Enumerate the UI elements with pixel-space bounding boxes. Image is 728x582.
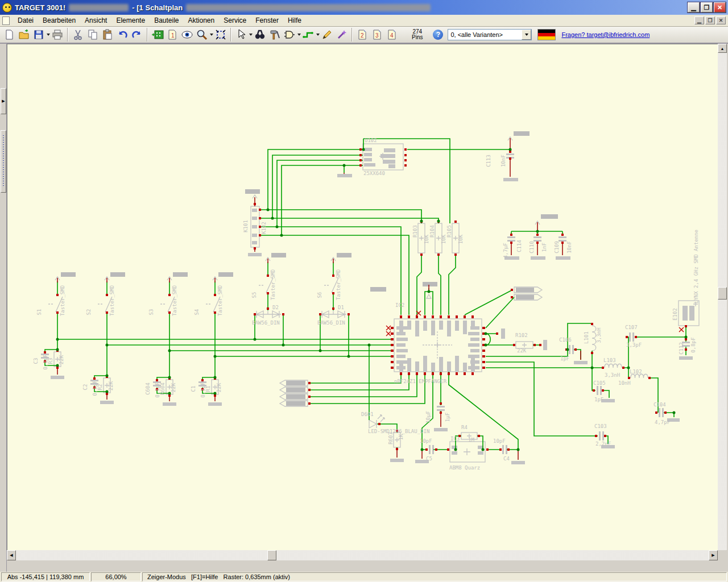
menu-ansicht[interactable]: Ansicht xyxy=(80,15,111,26)
undo-icon xyxy=(117,29,128,40)
zoom-icon xyxy=(196,29,208,40)
pcb-view-icon xyxy=(151,29,164,40)
menu-aktionen[interactable]: Aktionen xyxy=(184,15,220,26)
cut-button[interactable] xyxy=(71,28,85,42)
mdi-minimize-button[interactable]: ▁ xyxy=(694,16,704,24)
undo-button[interactable] xyxy=(115,28,130,42)
svg-text:3: 3 xyxy=(375,32,379,39)
menubar: Datei Bearbeiten Ansicht Elemente Bautei… xyxy=(0,15,728,27)
redo-button[interactable] xyxy=(130,28,144,42)
status-mode: Zeiger-Modus [F1]=Hilfe Raster: 0,635mm … xyxy=(142,572,727,581)
page-1-icon: 1 xyxy=(167,29,177,40)
menu-fenster[interactable]: Fenster xyxy=(251,15,283,26)
redacted-title-text xyxy=(69,4,129,11)
page-4-button[interactable]: 4 xyxy=(384,28,399,42)
menu-bearbeiten[interactable]: Bearbeiten xyxy=(38,15,80,26)
gate-button[interactable] xyxy=(282,28,297,42)
status-zoom-level: 66,00% xyxy=(91,572,141,581)
variant-select[interactable]: 0, <alle Varianten> xyxy=(448,29,532,40)
german-flag-icon[interactable] xyxy=(537,29,556,40)
panel-expand-button[interactable]: ▶ xyxy=(1,88,6,114)
component-pads xyxy=(41,148,694,455)
pen-button[interactable] xyxy=(320,28,334,42)
tools-button[interactable] xyxy=(267,28,282,42)
left-panel-strip: ▶ xyxy=(0,44,7,572)
ground-symbols[interactable] xyxy=(51,174,693,464)
wand-icon xyxy=(336,29,348,40)
zoom-button[interactable] xyxy=(195,28,209,42)
mdi-close-button[interactable]: ✕ xyxy=(716,16,726,24)
menu-service[interactable]: Service xyxy=(219,15,251,26)
window-title-doc: - [1 Schaltplan xyxy=(132,3,183,12)
save-button[interactable] xyxy=(31,28,46,42)
wires[interactable] xyxy=(45,139,686,450)
print-button[interactable] xyxy=(50,28,65,42)
paste-button[interactable] xyxy=(100,28,115,42)
fit-view-button[interactable] xyxy=(213,28,228,42)
svg-text:2: 2 xyxy=(361,32,364,39)
page-1-button[interactable]: 1 xyxy=(165,28,180,42)
workspace: ▶ xyxy=(0,44,728,572)
support-email-link[interactable]: Fragen? target@ibfriedrich.com xyxy=(561,31,650,38)
page-4-icon: 4 xyxy=(387,29,397,40)
new-button[interactable] xyxy=(2,28,16,42)
cursor-button[interactable] xyxy=(234,28,249,42)
panel-splitter-handle[interactable] xyxy=(1,130,6,193)
document-icon[interactable] xyxy=(2,16,10,25)
variant-dropdown-arrow[interactable] xyxy=(522,30,531,40)
copy-button[interactable] xyxy=(85,28,100,42)
fit-view-icon xyxy=(215,29,226,40)
window-close-button[interactable]: ✕ xyxy=(714,2,726,13)
pcb-view-button[interactable] xyxy=(150,28,165,42)
component-outlines[interactable] xyxy=(48,137,699,462)
copy-icon xyxy=(87,29,98,40)
horizontal-scroll-thumb[interactable] xyxy=(267,550,276,560)
page-3-icon: 3 xyxy=(372,29,382,40)
open-button[interactable] xyxy=(16,28,31,42)
pin-marks xyxy=(44,148,687,451)
scrollbar-corner xyxy=(718,550,727,560)
tools-icon xyxy=(269,29,280,40)
scroll-left-button[interactable]: ◀ xyxy=(7,550,16,560)
search-button[interactable] xyxy=(253,28,267,42)
scroll-right-button[interactable]: ▶ xyxy=(709,550,718,560)
mdi-restore-button[interactable]: ❐ xyxy=(705,16,715,24)
page-2-icon: 2 xyxy=(357,29,367,40)
horizontal-scrollbar[interactable]: ◀ ▶ xyxy=(7,550,718,560)
menu-datei[interactable]: Datei xyxy=(13,15,38,26)
redacted-net-names xyxy=(61,131,558,406)
open-icon xyxy=(18,29,30,40)
scroll-up-button[interactable]: ▲ xyxy=(718,44,727,53)
vertical-scroll-thumb[interactable] xyxy=(718,287,727,300)
app-logo-icon xyxy=(2,3,12,13)
page-3-button[interactable]: 3 xyxy=(370,28,384,42)
help-button[interactable]: ? xyxy=(433,30,443,40)
cursor-icon xyxy=(237,29,246,40)
menu-elemente[interactable]: Elemente xyxy=(111,15,150,26)
variant-value: 0, <alle Varianten> xyxy=(448,31,522,38)
window-restore-button[interactable]: ❐ xyxy=(701,2,713,13)
eye-button[interactable] xyxy=(180,28,195,42)
menu-bauteile[interactable]: Bauteile xyxy=(150,15,183,26)
schematic-canvas[interactable]: U10225XX640C11310nFK101K102R10310KR10410… xyxy=(7,44,718,560)
wire-button[interactable] xyxy=(301,28,316,42)
app-window: TARGET 3001! - [1 Schaltplan ▁ ❐ ✕ Datei… xyxy=(0,0,728,582)
wire-icon xyxy=(303,29,314,40)
menu-hilfe[interactable]: Hilfe xyxy=(283,15,306,26)
gate-icon xyxy=(284,29,295,40)
page-2-button[interactable]: 2 xyxy=(355,28,370,42)
eye-icon xyxy=(181,29,193,40)
print-icon xyxy=(52,29,63,40)
no-connect-marks xyxy=(386,311,684,336)
window-title-app: TARGET 3001! xyxy=(15,3,65,12)
window-minimize-button[interactable]: ▁ xyxy=(688,2,700,13)
save-icon xyxy=(33,29,44,40)
schematic-drawing[interactable] xyxy=(7,44,718,560)
wand-button[interactable] xyxy=(334,28,349,42)
svg-text:4: 4 xyxy=(390,32,394,39)
paste-icon xyxy=(102,29,113,40)
toolbar: 1 2 3 4 274Pins ? 0, <alle Varianten> Fr… xyxy=(0,27,728,44)
supply-stubs[interactable] xyxy=(57,138,581,460)
status-coordinates: Abs -145,415 | 119,380 mm xyxy=(1,572,90,581)
vertical-scrollbar[interactable]: ▲ ▼ xyxy=(718,44,727,560)
